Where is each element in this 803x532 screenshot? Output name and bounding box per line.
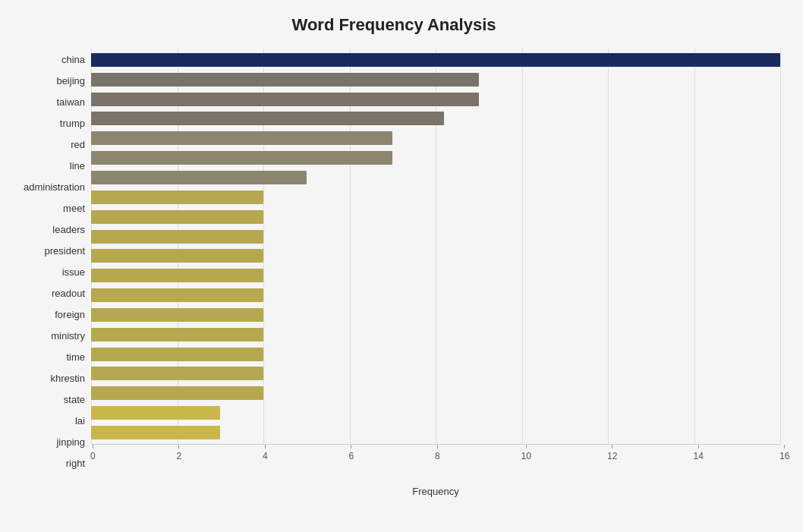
- bar-taiwan: [91, 93, 479, 106]
- x-tick-0: 0: [90, 445, 96, 461]
- bar-row-administration: [91, 168, 780, 187]
- bar-red: [91, 131, 392, 145]
- x-tick-label-4: 4: [263, 451, 268, 461]
- chart-title: Word Frequency Analysis: [8, 15, 780, 35]
- bar-right: [91, 426, 220, 439]
- bar-china: [91, 53, 780, 67]
- chart-area: chinabeijingtaiwantrumpredlineadministra…: [8, 49, 780, 474]
- y-label-line: line: [70, 156, 85, 175]
- bar-row-line: [91, 149, 780, 167]
- bar-lai: [91, 386, 263, 400]
- x-tick-label-6: 6: [349, 451, 354, 461]
- bar-administration: [91, 171, 307, 184]
- x-tick-line-10: [526, 445, 527, 449]
- y-label-president: president: [45, 241, 85, 260]
- y-label-administration: administration: [24, 177, 85, 197]
- x-tick-8: 8: [435, 445, 440, 461]
- bars-and-xaxis: Frequency 0246810121416: [91, 49, 780, 474]
- x-tick-16: 16: [779, 445, 789, 461]
- bar-row-time: [91, 326, 780, 344]
- x-tick-line-2: [178, 445, 179, 449]
- x-tick-label-0: 0: [90, 451, 96, 461]
- y-label-time: time: [66, 348, 85, 367]
- bar-row-lai: [91, 384, 780, 402]
- bars-area: [91, 49, 780, 444]
- bar-row-foreign: [91, 286, 780, 304]
- x-tick-6: 6: [349, 445, 354, 461]
- bar-jinping: [91, 406, 220, 420]
- bar-row-leaders: [91, 208, 780, 226]
- bar-row-red: [91, 129, 780, 147]
- y-label-right: right: [66, 454, 85, 474]
- grid-line-16: [780, 49, 781, 444]
- y-label-beijing: beijing: [56, 71, 85, 90]
- chart-container: Word Frequency Analysis chinabeijingtaiw…: [0, 0, 803, 532]
- bar-row-trump: [91, 109, 780, 127]
- y-label-khrestin: khrestin: [50, 369, 85, 389]
- bar-time: [91, 328, 263, 342]
- bar-row-state: [91, 364, 780, 382]
- bar-row-beijing: [91, 71, 780, 89]
- x-tick-label-8: 8: [435, 451, 440, 461]
- y-label-readout: readout: [52, 284, 85, 304]
- x-tick-14: 14: [694, 445, 704, 461]
- bar-khrestin: [91, 348, 263, 361]
- bar-beijing: [91, 73, 479, 87]
- bar-row-china: [91, 51, 780, 69]
- x-axis: Frequency 0246810121416: [91, 444, 780, 474]
- y-label-issue: issue: [62, 262, 85, 282]
- y-label-state: state: [64, 390, 85, 410]
- bar-leaders: [91, 210, 263, 224]
- x-axis-label: Frequency: [412, 486, 458, 497]
- bars-inner: [91, 49, 780, 444]
- bar-trump: [91, 112, 444, 125]
- bar-president: [91, 230, 263, 244]
- bar-meet: [91, 190, 263, 204]
- x-tick-label-14: 14: [694, 451, 704, 461]
- bar-foreign: [91, 288, 263, 302]
- y-axis: chinabeijingtaiwantrumpredlineadministra…: [8, 49, 91, 474]
- x-tick-label-12: 12: [607, 451, 617, 461]
- y-label-taiwan: taiwan: [56, 92, 85, 112]
- bar-issue: [91, 249, 263, 263]
- y-label-china: china: [61, 49, 85, 69]
- x-tick-line-16: [784, 445, 785, 449]
- y-label-lai: lai: [75, 411, 85, 431]
- x-tick-2: 2: [177, 445, 182, 461]
- bar-row-issue: [91, 247, 780, 265]
- bar-readout: [91, 269, 263, 282]
- y-label-foreign: foreign: [55, 305, 85, 325]
- bar-row-right: [91, 423, 780, 442]
- bar-row-president: [91, 228, 780, 246]
- x-tick-label-10: 10: [521, 451, 531, 461]
- x-tick-line-6: [351, 445, 351, 449]
- bar-row-jinping: [91, 404, 780, 422]
- bar-ministry: [91, 308, 263, 322]
- bar-state: [91, 367, 263, 380]
- y-label-meet: meet: [63, 198, 85, 218]
- bar-row-meet: [91, 188, 780, 206]
- x-tick-label-16: 16: [779, 451, 789, 461]
- x-tick-label-2: 2: [177, 451, 182, 461]
- bar-line: [91, 151, 392, 165]
- x-tick-10: 10: [521, 445, 531, 461]
- y-label-ministry: ministry: [51, 326, 85, 346]
- x-tick-4: 4: [263, 445, 268, 461]
- bar-row-khrestin: [91, 345, 780, 364]
- x-tick-line-8: [437, 445, 438, 449]
- y-label-leaders: leaders: [52, 219, 85, 239]
- x-tick-line-14: [698, 445, 699, 449]
- bar-row-readout: [91, 266, 780, 285]
- x-tick-line-12: [612, 445, 612, 449]
- bar-row-ministry: [91, 306, 780, 324]
- y-label-trump: trump: [60, 113, 85, 133]
- bar-row-taiwan: [91, 90, 780, 109]
- x-tick-line-4: [265, 445, 266, 449]
- x-tick-12: 12: [607, 445, 617, 461]
- x-tick-line-0: [93, 445, 93, 449]
- y-label-red: red: [71, 134, 85, 154]
- y-label-jinping: jinping: [56, 433, 85, 452]
